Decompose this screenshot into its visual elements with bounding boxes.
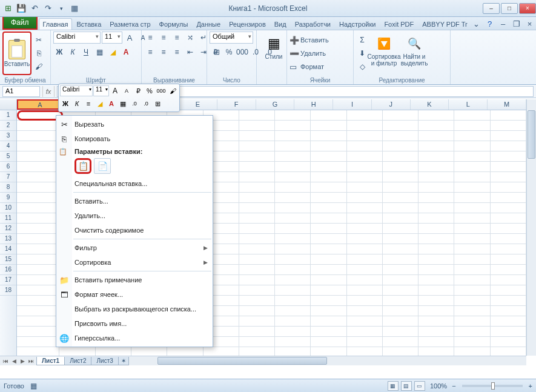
mt-inc-dec-icon[interactable]: .0 (129, 98, 140, 109)
tab-insert[interactable]: Вставка (72, 18, 105, 30)
hscroll-thumb[interactable] (157, 357, 327, 365)
fill-color-icon[interactable]: ◢ (107, 46, 119, 58)
maximize-button[interactable]: □ (501, 3, 518, 14)
vscroll-thumb[interactable] (528, 110, 535, 159)
align-center-icon[interactable]: ≡ (157, 46, 170, 58)
row-header-3[interactable]: 3 (0, 131, 16, 141)
bold-button[interactable]: Ж (53, 46, 65, 58)
decrease-indent-icon[interactable]: ⇤ (184, 46, 196, 58)
mt-font-color-icon[interactable]: A (106, 98, 117, 109)
copy-icon[interactable]: ⎘ (33, 47, 45, 59)
ctx-copy[interactable]: ⎘Копировать (56, 131, 213, 146)
col-header-e[interactable]: E (179, 99, 217, 110)
align-middle-icon[interactable]: ≡ (157, 32, 170, 44)
align-left-icon[interactable]: ≡ (144, 46, 156, 58)
mt-font-combo[interactable]: Calibri (60, 85, 93, 96)
mt-bold-icon[interactable]: Ж (60, 98, 71, 109)
underline-button[interactable]: Ч (80, 46, 92, 58)
autosum-icon[interactable]: Σ (356, 34, 368, 46)
mt-border-icon[interactable]: ▦ (117, 98, 128, 109)
ctx-sort[interactable]: Сортировка▶ (56, 255, 213, 270)
ctx-clear[interactable]: Очистить содержимое (56, 223, 213, 238)
ctx-filter[interactable]: Фильтр▶ (56, 241, 213, 255)
zoom-in-button[interactable]: + (529, 382, 532, 390)
page-layout-view-button[interactable]: ▤ (401, 381, 412, 391)
sheet-tab-3[interactable]: Лист3 (91, 357, 118, 365)
row-header-4[interactable]: 4 (0, 141, 16, 151)
row-header-1[interactable]: 1 (0, 110, 16, 121)
paste-option-values[interactable]: 📄 (94, 158, 111, 174)
row-header-12[interactable]: 12 (0, 224, 16, 234)
ctx-pick-from-list[interactable]: Выбрать из раскрывающегося списка... (56, 302, 213, 316)
currency-icon[interactable]: ₽ (210, 46, 222, 58)
mt-currency-icon[interactable]: ₽ (133, 85, 144, 96)
print-preview-icon[interactable]: ▦ (69, 3, 80, 14)
font-color-icon[interactable]: A (120, 46, 132, 58)
find-select-button[interactable]: 🔍 Найти и выделить (400, 32, 429, 69)
col-header-a[interactable]: A (17, 99, 63, 110)
redo-icon[interactable]: ↷ (42, 3, 53, 14)
paste-option-all[interactable]: 📋 (74, 158, 91, 174)
row-header-13[interactable]: 13 (0, 234, 16, 244)
col-header-l[interactable]: L (449, 99, 488, 110)
row-header-5[interactable]: 5 (0, 151, 16, 162)
col-header-k[interactable]: K (411, 99, 449, 110)
mt-dec-dec-icon[interactable]: .0 (141, 98, 151, 109)
sheet-next-icon[interactable]: ▶ (18, 358, 27, 364)
tab-foxit[interactable]: Foxit PDF (380, 18, 418, 30)
font-name-combo[interactable]: Calibri (53, 32, 101, 44)
qat-more-icon[interactable]: ▾ (56, 3, 67, 14)
mt-percent-icon[interactable]: % (144, 85, 155, 96)
tab-view[interactable]: Вид (270, 18, 291, 30)
mt-grow-icon[interactable]: A (110, 85, 121, 96)
col-header-f[interactable]: F (217, 99, 256, 110)
tab-review[interactable]: Рецензиров (225, 18, 270, 30)
file-tab[interactable]: Файл (2, 15, 38, 30)
italic-button[interactable]: К (67, 46, 79, 58)
mt-italic-icon[interactable]: К (71, 98, 82, 109)
col-header-h[interactable]: H (294, 99, 333, 110)
mt-size-combo[interactable]: 11 (93, 85, 109, 96)
row-header-14[interactable]: 14 (0, 244, 16, 254)
name-box[interactable]: A1 (2, 86, 40, 97)
ctx-hyperlink[interactable]: 🌐Гиперссылка... (56, 331, 213, 345)
undo-icon[interactable]: ↶ (29, 3, 40, 14)
workbook-restore-icon[interactable]: ❐ (512, 19, 521, 28)
tab-data[interactable]: Данные (192, 18, 225, 30)
ctx-define-name[interactable]: Присвоить имя... (56, 316, 213, 331)
help-icon[interactable]: ? (485, 19, 495, 28)
col-header-i[interactable]: I (333, 99, 372, 110)
ctx-insert-comment[interactable]: 📁Вставить примечание (56, 273, 213, 287)
col-header-j[interactable]: J (372, 99, 411, 110)
row-header-16[interactable]: 16 (0, 265, 16, 275)
macro-record-icon[interactable]: ▦ (28, 380, 40, 392)
row-header-15[interactable]: 15 (0, 254, 16, 265)
percent-icon[interactable]: % (223, 46, 235, 58)
ctx-format-cells[interactable]: 🗔Формат ячеек... (56, 287, 213, 302)
col-header-m[interactable]: M (488, 99, 526, 110)
sheet-prev-icon[interactable]: ◀ (10, 358, 18, 364)
sheet-tab-1[interactable]: Лист1 (36, 357, 65, 365)
row-header-7[interactable]: 7 (0, 172, 16, 182)
tab-developer[interactable]: Разработчи (291, 18, 335, 30)
zoom-slider[interactable] (462, 385, 523, 387)
row-header-9[interactable]: 9 (0, 193, 16, 203)
tab-page-layout[interactable]: Разметка стр (105, 18, 154, 30)
align-top-icon[interactable]: ≡ (144, 32, 156, 44)
minimize-button[interactable]: – (483, 3, 500, 14)
vertical-scrollbar[interactable] (526, 99, 536, 356)
sheet-tab-2[interactable]: Лист2 (64, 357, 91, 365)
zoom-handle[interactable] (491, 382, 495, 390)
mt-comma-icon[interactable]: 000 (156, 85, 167, 96)
align-bottom-icon[interactable]: ≡ (171, 32, 183, 44)
horizontal-scrollbar[interactable] (145, 356, 526, 365)
font-size-combo[interactable]: 11 (102, 32, 122, 44)
mt-shrink-icon[interactable]: A (121, 85, 132, 96)
col-header-g[interactable]: G (256, 99, 295, 110)
tab-abbyy[interactable]: ABBYY PDF Tr (418, 18, 471, 30)
tab-home[interactable]: Главная (39, 18, 73, 30)
select-all-corner[interactable] (0, 99, 17, 110)
mt-format-painter-icon[interactable]: 🖌 (167, 85, 178, 96)
workbook-minimize-icon[interactable]: – (498, 19, 508, 28)
mt-fill-color-icon[interactable]: ◢ (94, 98, 105, 109)
